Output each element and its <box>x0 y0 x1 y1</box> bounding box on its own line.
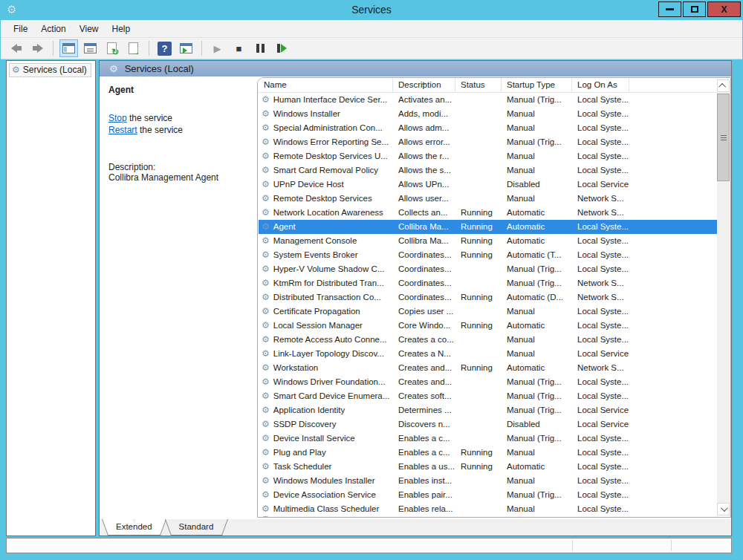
menu-action[interactable]: Action <box>34 22 72 36</box>
table-row[interactable]: ⚙Management ConsoleCollibra Ma...Running… <box>259 234 717 248</box>
table-row[interactable]: ⚙Device Install ServiceEnables a c...Man… <box>259 432 717 446</box>
table-row[interactable]: ⚙Device Association ServiceEnables pair.… <box>259 488 717 502</box>
pause-service-button[interactable] <box>251 39 270 57</box>
cell-name: ⚙Windows Driver Foundation... <box>259 375 393 389</box>
table-row[interactable]: ⚙Plug and PlayEnables a c...RunningManua… <box>259 446 717 460</box>
cell-status <box>455 93 502 107</box>
table-row[interactable]: ⚙AgentCollibra Ma...RunningAutomaticLoca… <box>259 220 717 234</box>
service-icon: ⚙ <box>262 163 270 178</box>
restart-service-link[interactable]: Restart <box>108 125 137 135</box>
view-tabs: Extended Standard <box>100 519 731 535</box>
cell-log-on-as: Local Syste... <box>572 234 629 248</box>
cell-status <box>455 262 502 276</box>
cell-status: Running <box>455 361 502 375</box>
panel-header-title: Services (Local) <box>125 63 194 74</box>
cell-startup-type: Automatic <box>502 460 572 474</box>
cell-log-on-as: Local Syste... <box>572 460 629 474</box>
table-row[interactable]: ⚙SSDP DiscoveryDiscovers n...DisabledLoc… <box>259 417 717 432</box>
column-header-name[interactable]: Name <box>259 78 393 92</box>
scrollbar-down-button[interactable] <box>717 503 730 515</box>
restart-service-button[interactable] <box>273 39 291 57</box>
tab-extended[interactable]: Extended <box>108 519 160 535</box>
column-header-log-on-as[interactable]: Log On As <box>572 78 629 92</box>
service-icon: ⚙ <box>262 305 270 319</box>
menu-file[interactable]: File <box>7 22 34 36</box>
restart-icon <box>277 44 287 53</box>
cell-log-on-as: Local Service <box>572 347 629 361</box>
table-row[interactable]: ⚙Smart Card Device Enumera...Creates sof… <box>259 389 717 403</box>
column-header-startup-type[interactable]: Startup Type <box>502 78 572 92</box>
table-row[interactable]: ⚙WorkstationCreates and...RunningAutomat… <box>259 361 717 375</box>
scrollbar-thumb[interactable] <box>717 94 730 181</box>
start-service-button[interactable]: ▶ <box>208 39 227 57</box>
cell-name: ⚙Special Administration Con... <box>259 121 393 135</box>
table-row[interactable]: ⚙KtmRm for Distributed Tran...Coordinate… <box>259 276 717 290</box>
properties-button[interactable] <box>81 39 100 57</box>
table-row[interactable]: ⚙Link-Layer Topology Discov...Creates a … <box>259 347 717 361</box>
table-row[interactable]: ⚙Remote Desktop ServicesAllows user...Ma… <box>259 192 717 206</box>
table-row[interactable]: ⚙Windows InstallerAdds, modi...ManualLoc… <box>259 107 717 121</box>
cell-startup-type: Automatic (T... <box>502 248 572 262</box>
table-row[interactable]: ⚙UPnP Device HostAllows UPn...DisabledLo… <box>259 178 717 192</box>
table-row[interactable]: ⚙Smart Card Removal PolicyAllows the s..… <box>259 163 717 178</box>
refresh-button[interactable]: ↻ <box>103 39 121 57</box>
cell-description: Creates a N... <box>393 347 455 361</box>
cell-name: ⚙Windows Installer <box>259 107 393 121</box>
show-console-tree-button[interactable] <box>59 39 78 57</box>
cell-startup-type: Manual (Trig... <box>502 93 572 107</box>
cell-description: Adds, modi... <box>393 107 455 121</box>
show-action-pane-button[interactable] <box>177 39 195 57</box>
service-icon: ⚙ <box>262 248 270 262</box>
table-row[interactable]: ⚙Task SchedulerEnables a us...RunningAut… <box>259 460 717 474</box>
table-row[interactable]: ⚙Special Administration Con...Allows adm… <box>259 121 717 135</box>
table-row[interactable]: ⚙Certificate PropagationCopies user ...M… <box>259 305 717 319</box>
table-row[interactable]: ⚙Windows Modules InstallerEnables inst..… <box>259 474 717 488</box>
export-list-button[interactable]: → <box>124 39 143 57</box>
service-icon: ⚙ <box>262 389 270 403</box>
cell-startup-type: Manual (Trig... <box>502 262 572 276</box>
help-button[interactable]: ? <box>155 39 174 57</box>
table-row[interactable]: ⚙Local Session ManagerCore Windo...Runni… <box>259 319 717 333</box>
stop-link-suffix: the service <box>127 113 172 123</box>
maximize-button[interactable] <box>683 1 706 17</box>
table-row[interactable]: ⚙Application IdentityDetermines ...Manua… <box>259 403 717 417</box>
service-icon: ⚙ <box>262 262 270 276</box>
cell-name: ⚙Device Install Service <box>259 432 393 446</box>
tab-standard[interactable]: Standard <box>172 519 221 535</box>
stop-service-link[interactable]: Stop <box>108 113 127 123</box>
table-row[interactable]: ⚙Remote Desktop Services U...Allows the … <box>259 149 717 163</box>
forward-button[interactable] <box>28 39 47 57</box>
table-row[interactable]: ⚙Multimedia Class SchedulerEnables rela.… <box>259 502 717 516</box>
column-header-description[interactable]: ▲Description <box>393 78 455 92</box>
close-button[interactable]: X <box>707 1 741 17</box>
cell-log-on-as: Local Syste... <box>572 319 629 333</box>
stop-service-button[interactable]: ■ <box>230 39 248 57</box>
console-tree-icon <box>62 43 75 53</box>
tree-item-services-local[interactable]: ⚙ Services (Local) <box>9 63 91 77</box>
service-icon: ⚙ <box>262 290 270 305</box>
cell-description: Collibra Ma... <box>393 220 455 234</box>
service-icon: ⚙ <box>262 474 270 488</box>
menu-help[interactable]: Help <box>106 22 137 36</box>
table-row[interactable]: ⚙System Events BrokerCoordinates...Runni… <box>259 248 717 262</box>
cell-startup-type: Manual <box>502 474 572 488</box>
table-row[interactable]: ⚙Remote Access Auto Conne...Creates a co… <box>259 333 717 347</box>
cell-startup-type: Manual <box>502 163 572 178</box>
cell-status: Running <box>455 460 502 474</box>
table-row[interactable]: ⚙Human Interface Device Ser...Activates … <box>259 93 717 107</box>
cell-status <box>455 474 502 488</box>
table-row[interactable]: ⚙Network Location AwarenessCollects an..… <box>259 206 717 220</box>
menu-view[interactable]: View <box>73 22 106 36</box>
table-row[interactable]: ⚙Windows Driver Foundation...Creates and… <box>259 375 717 389</box>
scrollbar-up-button[interactable] <box>717 79 730 92</box>
vertical-scrollbar[interactable] <box>717 79 730 515</box>
pause-icon <box>256 44 265 53</box>
cell-status <box>455 305 502 319</box>
table-row[interactable]: ⚙Windows Error Reporting Se...Allows err… <box>259 135 717 149</box>
minimize-button[interactable] <box>658 1 681 17</box>
table-row[interactable]: ⚙Hyper-V Volume Shadow C...Coordinates..… <box>259 262 717 276</box>
cell-log-on-as: Local Syste... <box>572 121 629 135</box>
back-button[interactable] <box>7 39 25 57</box>
column-header-status[interactable]: Status <box>455 78 502 92</box>
table-row[interactable]: ⚙Distributed Transaction Co...Coordinate… <box>259 290 717 305</box>
